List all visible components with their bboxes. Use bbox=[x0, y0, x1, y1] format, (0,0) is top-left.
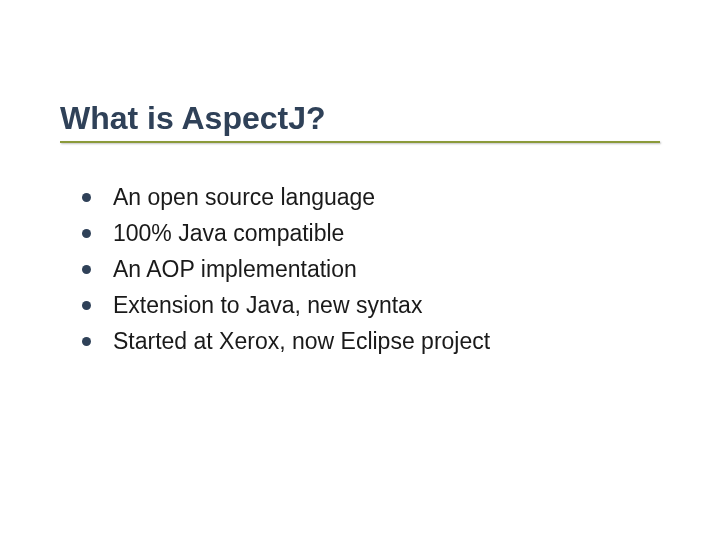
bullet-text: Started at Xerox, now Eclipse project bbox=[113, 327, 490, 357]
list-item: An AOP implementation bbox=[82, 255, 660, 285]
list-item: Extension to Java, new syntax bbox=[82, 291, 660, 321]
title-underline bbox=[60, 141, 660, 145]
bullet-text: An AOP implementation bbox=[113, 255, 357, 285]
underline-line bbox=[60, 141, 660, 143]
bullet-text: 100% Java compatible bbox=[113, 219, 344, 249]
list-item: 100% Java compatible bbox=[82, 219, 660, 249]
bullet-icon bbox=[82, 193, 91, 202]
bullet-icon bbox=[82, 301, 91, 310]
bullet-icon bbox=[82, 229, 91, 238]
bullet-list: An open source language 100% Java compat… bbox=[60, 183, 660, 356]
bullet-text: An open source language bbox=[113, 183, 375, 213]
bullet-icon bbox=[82, 265, 91, 274]
title-block: What is AspectJ? bbox=[60, 100, 660, 145]
list-item: Started at Xerox, now Eclipse project bbox=[82, 327, 660, 357]
list-item: An open source language bbox=[82, 183, 660, 213]
slide: What is AspectJ? An open source language… bbox=[0, 0, 720, 540]
slide-title: What is AspectJ? bbox=[60, 100, 660, 141]
bullet-text: Extension to Java, new syntax bbox=[113, 291, 422, 321]
bullet-icon bbox=[82, 337, 91, 346]
